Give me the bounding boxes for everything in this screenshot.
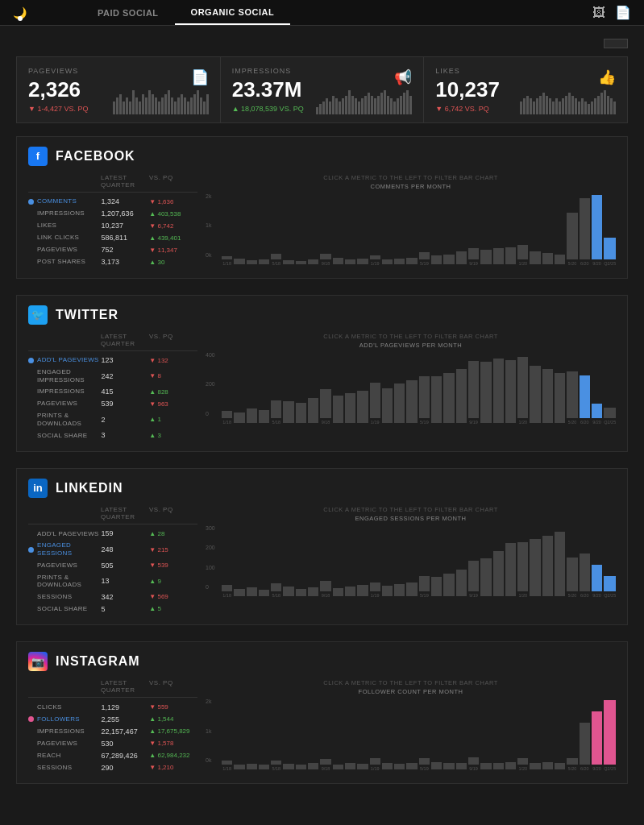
metric-row[interactable]: ENGAGED IMPRESSIONS 242 ▼ 8 (28, 367, 197, 386)
metric-dot (28, 531, 34, 537)
metric-row[interactable]: SESSIONS 342 ▼ 569 (28, 591, 197, 603)
chart-bar-wrap (296, 765, 306, 771)
kpi-icon: 📄 (191, 68, 209, 86)
sparkline-bar (552, 102, 555, 114)
chart-bar (592, 711, 602, 765)
metric-row[interactable]: IMPRESSIONS 22,157,467 ▲ 17,675,829 (28, 725, 197, 737)
chart-bar-wrap (345, 763, 355, 771)
pdf-icon[interactable]: 📄 (615, 5, 631, 20)
chart-bar-wrap (530, 366, 540, 425)
x-label: 1/19 (371, 593, 380, 598)
metric-row[interactable]: IMPRESSIONS 1,207,636 ▲ 403,538 (28, 208, 197, 220)
x-label: 5/18 (272, 420, 280, 425)
chart-bar (382, 586, 393, 596)
metric-row[interactable]: PAGEVIEWS 505 ▼ 539 (28, 559, 197, 571)
sparkline-bar (206, 94, 209, 114)
sparkline-bar (193, 94, 196, 114)
chart-bar (320, 759, 330, 765)
metric-name: IMPRESSIONS (37, 209, 102, 218)
chart-bar-wrap: 9/18 (320, 759, 330, 771)
x-label: 5/18 (272, 261, 280, 266)
sparkline-bar (526, 96, 529, 114)
x-label: 9/20 (592, 261, 601, 266)
metric-row[interactable]: PRINTS & DOWNLOADS 2 ▲ 1 (28, 410, 197, 429)
x-label: 1/19 (371, 766, 380, 771)
tab-paid-social[interactable]: PAID SOCIAL (81, 0, 175, 25)
chart-bar-wrap (382, 586, 393, 598)
chart-bars: 1/18 5/18 (222, 193, 616, 266)
sparkline-bar (610, 98, 613, 114)
metric-value: 530 (102, 740, 150, 748)
chart-bar (259, 765, 269, 769)
section-facebook: f FACEBOOK LATEST QUARTER VS. PQ COMMENT… (16, 136, 628, 279)
metric-row[interactable]: CLICKS 1,129 ▼ 559 (28, 701, 197, 713)
metric-dot (28, 389, 34, 395)
metric-change: ▼ 215 (149, 546, 197, 553)
image-icon[interactable]: 🖼 (592, 6, 605, 20)
metric-row[interactable]: ADD'L PAGEVIEWS 123 ▼ 132 (28, 354, 197, 367)
metric-change: ▼ 569 (149, 593, 197, 600)
metric-name: PAGEVIEWS (37, 740, 102, 748)
metric-row[interactable]: ADD'L PAGEVIEWS 159 ▲ 28 (28, 528, 197, 540)
chart-bar (259, 259, 269, 264)
x-label: 1/20 (518, 766, 527, 771)
y-labels: 4002000 (206, 352, 215, 425)
y-label: 2k (206, 699, 211, 704)
chart-bar (345, 763, 355, 769)
section-body: LATEST QUARTER VS. PQ ADD'L PAGEVIEWS 15… (28, 506, 616, 615)
chart-bar-wrap (530, 763, 540, 771)
chart-bar-wrap (308, 398, 318, 425)
metric-change: ▲ 9 (149, 578, 197, 585)
metric-row[interactable]: PAGEVIEWS 539 ▼ 963 (28, 398, 197, 410)
x-label: Q2/25 (604, 420, 616, 425)
tab-organic-social[interactable]: ORGANIC SOCIAL (175, 0, 291, 25)
sparkline-bar (200, 97, 202, 114)
metric-row[interactable]: SOCIAL SHARE 5 ▲ 5 (28, 603, 197, 615)
chart-bar (283, 401, 293, 423)
metric-row[interactable]: PRINTS & DOWNLOADS 13 ▲ 9 (28, 571, 197, 591)
chart-bar-wrap (480, 763, 491, 771)
x-label: 6/20 (580, 420, 589, 425)
sparkline-bar (329, 102, 331, 114)
chart-bar-wrap (247, 408, 257, 425)
metric-row[interactable]: LIKES 10,237 ▼ 6,742 (28, 220, 197, 232)
metric-row[interactable]: FOLLOWERS 2,255 ▲ 1,544 (28, 713, 197, 725)
sections-container: f FACEBOOK LATEST QUARTER VS. PQ COMMENT… (0, 136, 644, 785)
chart-bar (370, 255, 380, 259)
y-labels: 2k1k0k (206, 193, 211, 266)
metric-value: 752 (102, 246, 150, 254)
chart-bar (234, 765, 244, 769)
metric-row[interactable]: REACH 67,289,426 ▲ 62,984,232 (28, 749, 197, 761)
metric-row[interactable]: COMMENTS 1,324 ▼ 1,636 (28, 196, 197, 208)
quarter-button[interactable] (604, 39, 628, 48)
chart-bar-wrap (456, 251, 467, 266)
metric-row[interactable]: POST SHARES 3,173 ▲ 30 (28, 256, 197, 268)
sparkline-bar (600, 93, 603, 114)
chart-bar-wrap (296, 261, 306, 266)
y-labels: 2k1k0k (206, 699, 211, 771)
sparkline-bar (559, 102, 561, 114)
chart-bar-wrap (234, 589, 244, 598)
metric-row[interactable]: SOCIAL SHARE 3 ▲ 3 (28, 429, 197, 442)
chart-bar (604, 576, 616, 591)
metric-row[interactable]: ENGAGED SESSIONS 248 ▼ 215 (28, 540, 197, 559)
metric-row[interactable]: IMPRESSIONS 415 ▲ 828 (28, 386, 197, 398)
metric-row[interactable]: LINK CLICKS 586,811 ▲ 439,401 (28, 232, 197, 244)
chart-bar-wrap (555, 532, 565, 598)
chart-bar-wrap: 9/18 (320, 389, 330, 425)
sparkline-bar (345, 96, 347, 114)
x-label: 9/20 (592, 420, 601, 425)
chart-bar-wrap: 9/19 (468, 248, 479, 266)
sparkline-bar (129, 102, 131, 114)
top-nav: 🌙 PAID SOCIAL ORGANIC SOCIAL 🖼 📄 (0, 0, 644, 26)
x-label: 9/20 (592, 593, 601, 598)
metric-row[interactable]: PAGEVIEWS 752 ▼ 11,347 (28, 244, 197, 256)
metric-row[interactable]: SESSIONS 290 ▼ 1,210 (28, 761, 197, 773)
x-label: 5/20 (568, 766, 577, 771)
sparkline-bar (177, 97, 180, 114)
metric-row[interactable]: PAGEVIEWS 530 ▼ 1,578 (28, 737, 197, 749)
chart-bar-wrap (394, 764, 405, 771)
chart-bar-wrap (493, 359, 504, 425)
metric-name: ADD'L PAGEVIEWS (37, 530, 102, 538)
chart-bar-wrap (443, 574, 454, 598)
